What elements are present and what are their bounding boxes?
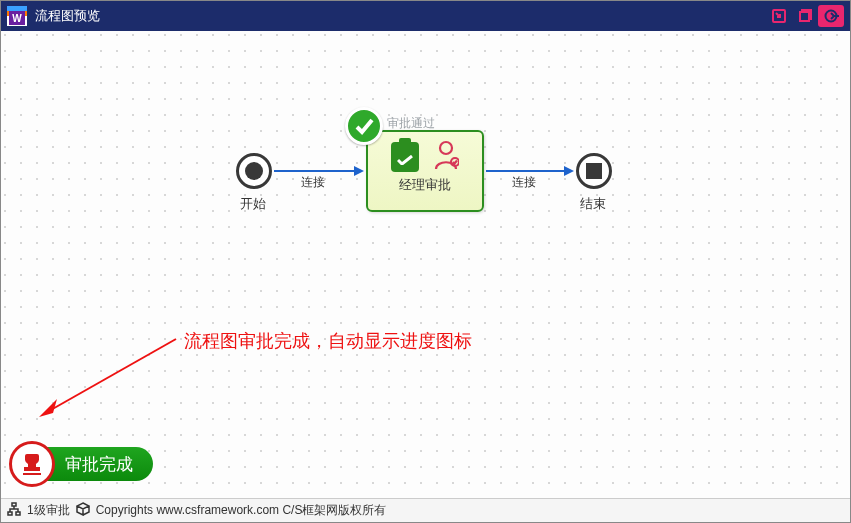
end-node[interactable] — [576, 153, 612, 189]
svg-rect-9 — [8, 512, 12, 515]
approved-badge-label: 审批通过 — [387, 115, 435, 132]
edge-2-label: 连接 — [512, 174, 536, 191]
status-copyright-label: Copyrights www.csframework.com C/S框架网版权所… — [96, 502, 387, 519]
app-logo-letter: W — [9, 11, 25, 25]
approval-complete-stamp: 审批完成 — [9, 441, 153, 487]
edge-1-label: 连接 — [301, 174, 325, 191]
edge-2-line[interactable] — [486, 170, 566, 172]
task-node-label: 经理审批 — [368, 176, 482, 200]
status-bar: 1级审批 Copyrights www.csframework.com C/S框… — [1, 498, 850, 522]
edge-1-line[interactable] — [274, 170, 356, 172]
annotation-arrow-icon — [31, 331, 181, 431]
title-bar: W 流程图预览 — [1, 1, 850, 31]
svg-marker-6 — [39, 399, 57, 417]
svg-line-5 — [49, 339, 176, 411]
svg-point-3 — [440, 142, 452, 154]
edge-2-arrowhead-icon — [564, 166, 574, 176]
flowchart-canvas[interactable]: 开始 连接 经理审批 审批通过 连接 结束 流程图审批完成，自动显示进度图标 — [1, 31, 850, 498]
annotation-text: 流程图审批完成，自动显示进度图标 — [184, 329, 472, 353]
svg-rect-1 — [800, 12, 809, 21]
task-node-manager-approval[interactable]: 经理审批 — [366, 130, 484, 212]
edge-1-arrowhead-icon — [354, 166, 364, 176]
svg-rect-7 — [23, 473, 41, 475]
sitemap-icon — [7, 502, 21, 519]
window-title: 流程图预览 — [35, 7, 100, 25]
cube-icon — [76, 502, 90, 519]
stamp-icon — [9, 441, 55, 487]
close-button[interactable] — [818, 5, 844, 27]
minimize-to-tray-button[interactable] — [766, 5, 792, 27]
start-node-label: 开始 — [240, 195, 266, 213]
clipboard-check-icon — [391, 142, 419, 172]
svg-rect-8 — [12, 503, 16, 506]
status-level-label: 1级审批 — [27, 502, 70, 519]
maximize-button[interactable] — [792, 5, 818, 27]
approved-check-badge-icon — [345, 107, 383, 145]
svg-rect-10 — [16, 512, 20, 515]
start-node[interactable] — [236, 153, 272, 189]
app-logo: W — [7, 6, 27, 26]
person-icon — [433, 140, 459, 174]
end-node-label: 结束 — [580, 195, 606, 213]
